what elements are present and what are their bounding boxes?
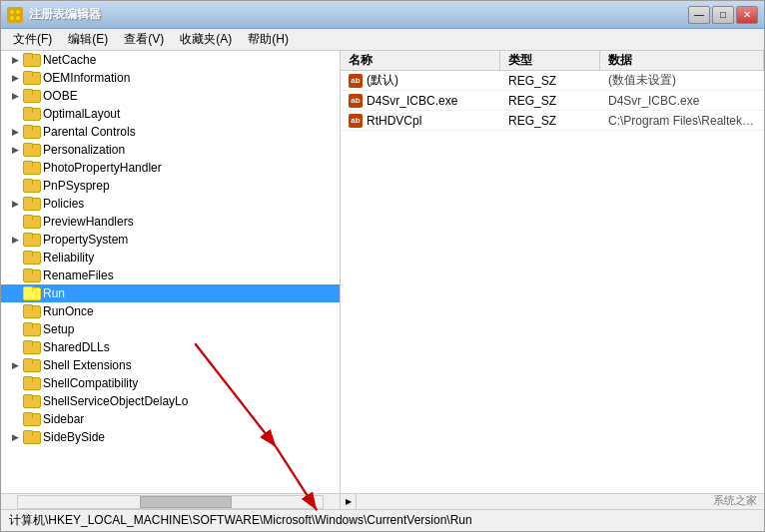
expand-arrow: ▶ bbox=[9, 90, 21, 102]
folder-icon bbox=[23, 268, 39, 282]
tree-label: PnPSysprep bbox=[43, 179, 110, 193]
tree-item-runonce[interactable]: RunOnce bbox=[1, 302, 340, 320]
tree-label: Shell Extensions bbox=[43, 358, 132, 372]
folder-icon bbox=[23, 358, 39, 372]
tree-label: OOBE bbox=[43, 89, 78, 103]
expand-arrow: ▶ bbox=[9, 431, 21, 443]
h-scroll-area: ▶ bbox=[1, 493, 764, 509]
tree-item-oeminformation[interactable]: ▶ OEMInformation bbox=[1, 69, 340, 87]
tree-label: PhotoPropertyHandler bbox=[43, 161, 162, 175]
tree-item-optimallayout[interactable]: OptimalLayout bbox=[1, 105, 340, 123]
tree-item-reliability[interactable]: Reliability bbox=[1, 249, 340, 266]
tree-label: PropertySystem bbox=[43, 233, 128, 247]
detail-type-1: REG_SZ bbox=[500, 92, 600, 110]
menu-bar: 文件(F) 编辑(E) 查看(V) 收藏夹(A) 帮助(H) bbox=[1, 29, 764, 51]
tree-item-pnpsysprep[interactable]: PnPSysprep bbox=[1, 177, 340, 195]
app-icon bbox=[7, 7, 23, 23]
detail-header: 名称 类型 数据 bbox=[341, 51, 764, 71]
tree-item-previewhandlers[interactable]: PreviewHandlers bbox=[1, 213, 340, 231]
folder-icon bbox=[23, 143, 39, 157]
reg-icon-1: ab bbox=[349, 94, 363, 108]
col-header-name: 名称 bbox=[341, 51, 500, 70]
tree-label: SharedDLLs bbox=[43, 340, 110, 354]
folder-icon bbox=[23, 71, 39, 85]
folder-icon bbox=[23, 125, 39, 139]
tree-item-shareddlls[interactable]: SharedDLLs bbox=[1, 338, 340, 356]
tree-label: NetCache bbox=[43, 53, 96, 67]
tree-item-sidebyside[interactable]: ▶ SideBySide bbox=[1, 428, 340, 446]
tree-scroll[interactable]: ▶ NetCache ▶ OEMInformation ▶ OOBE bbox=[1, 51, 340, 493]
expand-arrow: ▶ bbox=[9, 126, 21, 138]
svg-rect-1 bbox=[16, 10, 20, 14]
minimize-button[interactable]: — bbox=[688, 6, 710, 24]
detail-row-rthdvcpl[interactable]: ab RtHDVCpl REG_SZ C:\Program Files\Real… bbox=[341, 111, 764, 131]
tree-item-policies[interactable]: ▶ Policies bbox=[1, 195, 340, 213]
folder-icon bbox=[23, 89, 39, 103]
tree-item-photoproperty[interactable]: PhotoPropertyHandler bbox=[1, 159, 340, 177]
menu-file[interactable]: 文件(F) bbox=[5, 29, 60, 50]
tree-item-shellextensions[interactable]: ▶ Shell Extensions bbox=[1, 356, 340, 374]
expand-arrow: ▶ bbox=[9, 144, 21, 156]
folder-icon bbox=[23, 322, 39, 336]
tree-item-shellcompat[interactable]: ShellCompatibility bbox=[1, 374, 340, 392]
tree-label: SideBySide bbox=[43, 430, 105, 444]
detail-name-0: ab (默认) bbox=[341, 71, 500, 91]
tree-item-setup[interactable]: Setup bbox=[1, 320, 340, 338]
tree-label: OptimalLayout bbox=[43, 107, 120, 121]
detail-row-d4svr[interactable]: ab D4Svr_ICBC.exe REG_SZ D4Svr_ICBC.exe bbox=[341, 91, 764, 111]
tree-item-sidebar[interactable]: Sidebar bbox=[1, 410, 340, 428]
tree-item-shellservice[interactable]: ShellServiceObjectDelayLo bbox=[1, 392, 340, 410]
tree-item-run[interactable]: Run bbox=[1, 284, 340, 302]
tree-label: PreviewHandlers bbox=[43, 215, 134, 229]
col-header-type: 类型 bbox=[500, 51, 600, 70]
folder-icon bbox=[23, 376, 39, 390]
close-button[interactable]: ✕ bbox=[736, 6, 758, 24]
status-path: 计算机\HKEY_LOCAL_MACHINE\SOFTWARE\Microsof… bbox=[9, 512, 472, 529]
detail-name-2: ab RtHDVCpl bbox=[341, 112, 500, 130]
menu-edit[interactable]: 编辑(E) bbox=[60, 29, 116, 50]
folder-icon bbox=[23, 412, 39, 426]
reg-icon-0: ab bbox=[349, 74, 363, 88]
expand-arrow: ▶ bbox=[9, 54, 21, 66]
expand-arrow: ▶ bbox=[9, 198, 21, 210]
tree-label: Reliability bbox=[43, 251, 94, 265]
tree-item-parentalcontrols[interactable]: ▶ Parental Controls bbox=[1, 123, 340, 141]
menu-help[interactable]: 帮助(H) bbox=[240, 29, 297, 50]
expand-arrow: ▶ bbox=[9, 359, 21, 371]
maximize-button[interactable]: □ bbox=[712, 6, 734, 24]
detail-rows: ab (默认) REG_SZ (数值未设置) ab D4Svr_ICBC.exe… bbox=[341, 71, 764, 493]
panel-container: ▶ NetCache ▶ OEMInformation ▶ OOBE bbox=[1, 51, 764, 531]
folder-icon bbox=[23, 340, 39, 354]
reg-icon-2: ab bbox=[349, 114, 363, 128]
folder-icon bbox=[23, 430, 39, 444]
window-controls: — □ ✕ bbox=[688, 6, 758, 24]
detail-type-2: REG_SZ bbox=[500, 112, 600, 130]
menu-favorites[interactable]: 收藏夹(A) bbox=[172, 29, 240, 50]
svg-rect-2 bbox=[10, 16, 14, 20]
col-header-data: 数据 bbox=[600, 51, 764, 70]
folder-icon bbox=[23, 304, 39, 318]
h-scroll-left[interactable] bbox=[1, 494, 341, 509]
tree-item-oobe[interactable]: ▶ OOBE bbox=[1, 87, 340, 105]
tree-label: Personalization bbox=[43, 143, 125, 157]
tree-label: ShellServiceObjectDelayLo bbox=[43, 394, 188, 408]
tree-item-netcache[interactable]: ▶ NetCache bbox=[1, 51, 340, 69]
tree-item-renamefiles[interactable]: RenameFiles bbox=[1, 266, 340, 284]
menu-view[interactable]: 查看(V) bbox=[116, 29, 172, 50]
detail-panel: 名称 类型 数据 ab (默认) REG_SZ (数值未设置) bbox=[341, 51, 764, 493]
tree-label: RenameFiles bbox=[43, 268, 114, 282]
h-scroll-right[interactable] bbox=[357, 494, 764, 509]
detail-row-default[interactable]: ab (默认) REG_SZ (数值未设置) bbox=[341, 71, 764, 91]
tree-label: OEMInformation bbox=[43, 71, 130, 85]
tree-label: Policies bbox=[43, 197, 84, 211]
tree-item-personalization[interactable]: ▶ Personalization bbox=[1, 141, 340, 159]
h-scroll-right-btn[interactable]: ▶ bbox=[341, 494, 357, 509]
title-bar: 注册表编辑器 — □ ✕ bbox=[1, 1, 764, 29]
detail-data-0: (数值未设置) bbox=[600, 71, 764, 91]
folder-icon bbox=[23, 107, 39, 121]
tree-label: RunOnce bbox=[43, 304, 94, 318]
folder-icon bbox=[23, 286, 39, 300]
tree-item-propertysystem[interactable]: ▶ PropertySystem bbox=[1, 231, 340, 249]
detail-name-1: ab D4Svr_ICBC.exe bbox=[341, 92, 500, 110]
window-title: 注册表编辑器 bbox=[29, 6, 688, 23]
